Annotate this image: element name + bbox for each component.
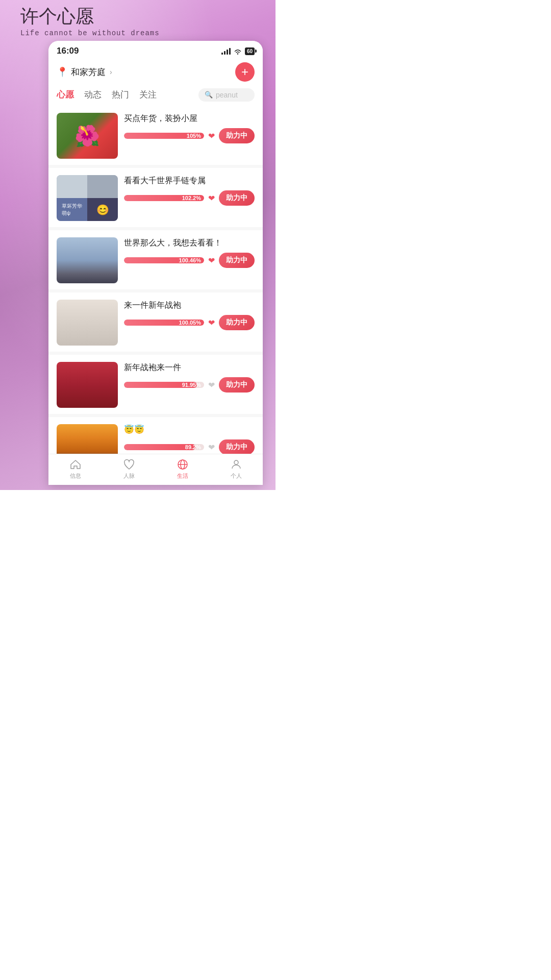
heart-icon-6: ❤ [208,443,215,452]
wish-item-2: 草坏芳华萌ψ 😊 看看大千世界手链专属 102.2% ❤ 助力中 [48,168,263,227]
progress-bar-6: 89.2% [124,444,204,450]
signal-icon [221,47,231,55]
wifi-icon [234,48,242,55]
wish-title-5: 新年战袍来一件 [124,362,255,373]
progress-bar-4: 100.05% [124,320,204,326]
progress-row-6: 89.2% ❤ 助力中 [124,439,255,454]
wish-title-1: 买点年货，装扮小屋 [124,113,255,124]
nav-label-profile: 个人 [231,472,242,480]
wish-title-4: 来一件新年战袍 [124,300,255,311]
battery-indicator: 60 [245,47,255,55]
nav-item-info[interactable]: 信息 [48,458,102,480]
wish-item-4: 来一件新年战袍 100.05% ❤ 助力中 [48,292,263,352]
app-header: 许个心愿 Life cannot be without dreams [20,5,160,37]
assist-btn-2[interactable]: 助力中 [219,190,255,206]
tab-follow[interactable]: 关注 [139,88,157,102]
search-icon: 🔍 [205,91,213,99]
search-placeholder: peanut [216,91,238,99]
nav-tabs: 心愿 动态 热门 关注 🔍 peanut [48,86,263,106]
wish-thumb-2: 草坏芳华萌ψ 😊 [57,175,118,221]
svg-point-3 [234,460,238,464]
app-title-cn: 许个心愿 [20,5,160,27]
nav-label-info: 信息 [70,472,81,480]
location-name: 和家芳庭 [71,66,106,78]
progress-bar-5: 91.95% [124,382,204,388]
tab-dynamic[interactable]: 动态 [84,88,102,102]
wish-thumb-1 [57,113,118,159]
wish-item-3: 世界那么大，我想去看看！ 100.46% ❤ 助力中 [48,230,263,289]
progress-pct-3: 100.46% [179,257,201,263]
heart-icon-2: ❤ [208,193,215,203]
progress-row-1: 105% ❤ 助力中 [124,128,255,143]
wish-content-3: 世界那么大，我想去看看！ 100.46% ❤ 助力中 [124,237,255,268]
progress-pct-1: 105% [187,133,201,139]
progress-row-5: 91.95% ❤ 助力中 [124,377,255,393]
status-bar: 16:09 60 [48,41,263,59]
wish-item-5: 新年战袍来一件 91.95% ❤ 助力中 [48,355,263,414]
location-bar[interactable]: 📍 和家芳庭 › + [48,59,263,86]
heart-nav-icon [123,458,135,471]
progress-bar-1: 105% [124,133,204,139]
nav-item-network[interactable]: 人脉 [102,458,156,480]
location-arrow-icon: › [110,68,112,76]
person-icon [230,458,242,471]
nav-label-network: 人脉 [123,472,135,480]
wish-item-6: 😇😇 89.2% ❤ 助力中 [48,417,263,454]
bottom-nav: 信息 人脉 生活 个人 [48,454,263,485]
wish-content-1: 买点年货，装扮小屋 105% ❤ 助力中 [124,113,255,143]
assist-btn-1[interactable]: 助力中 [219,128,255,143]
progress-row-2: 102.2% ❤ 助力中 [124,190,255,206]
progress-bar-2: 102.2% [124,195,204,201]
search-box[interactable]: 🔍 peanut [198,88,255,102]
progress-row-4: 100.05% ❤ 助力中 [124,315,255,330]
assist-btn-5[interactable]: 助力中 [219,377,255,393]
wish-list[interactable]: 买点年货，装扮小屋 105% ❤ 助力中 草坏芳华萌ψ [48,106,263,454]
home-icon [69,458,82,471]
wish-content-2: 看看大千世界手链专属 102.2% ❤ 助力中 [124,175,255,206]
wish-content-6: 😇😇 89.2% ❤ 助力中 [124,424,255,454]
assist-btn-6[interactable]: 助力中 [219,439,255,454]
assist-btn-3[interactable]: 助力中 [219,253,255,268]
progress-fill-6 [124,444,195,450]
progress-bar-3: 100.46% [124,257,204,263]
heart-icon-3: ❤ [208,256,215,265]
outer-background: 许个心愿 Life cannot be without dreams 16:09… [0,0,276,490]
wish-item-1: 买点年货，装扮小屋 105% ❤ 助力中 [48,106,263,165]
tab-wish[interactable]: 心愿 [57,88,74,102]
wish-thumb-4 [57,300,118,346]
assist-btn-4[interactable]: 助力中 [219,315,255,330]
wish-title-3: 世界那么大，我想去看看！ [124,237,255,249]
add-icon: + [241,65,248,79]
nav-item-life[interactable]: 生活 [156,458,209,480]
wish-thumb-6 [57,424,118,454]
wish-title-2: 看看大千世界手链专属 [124,175,255,186]
location-left[interactable]: 📍 和家芳庭 › [57,66,112,78]
app-title-en: Life cannot be without dreams [20,29,160,37]
progress-pct-2: 102.2% [182,195,201,201]
heart-icon-4: ❤ [208,318,215,328]
add-button[interactable]: + [235,62,255,82]
status-icons: 60 [221,47,255,55]
location-pin-icon: 📍 [57,66,68,78]
wish-content-5: 新年战袍来一件 91.95% ❤ 助力中 [124,362,255,393]
progress-row-3: 100.46% ❤ 助力中 [124,253,255,268]
tab-hot[interactable]: 热门 [112,88,129,102]
heart-icon-5: ❤ [208,380,215,390]
progress-pct-6: 89.2% [185,444,201,450]
nav-label-life: 生活 [177,472,188,480]
globe-icon [177,458,189,471]
status-time: 16:09 [57,46,79,56]
heart-icon-1: ❤ [208,131,215,141]
wish-thumb-5 [57,362,118,408]
nav-item-profile[interactable]: 个人 [209,458,263,480]
phone-frame: 16:09 60 📍 和家芳庭 › [48,41,263,485]
progress-pct-5: 91.95% [182,382,201,388]
progress-pct-4: 100.05% [179,320,201,326]
wish-content-4: 来一件新年战袍 100.05% ❤ 助力中 [124,300,255,330]
wish-thumb-3 [57,237,118,283]
wish-title-6: 😇😇 [124,424,255,435]
